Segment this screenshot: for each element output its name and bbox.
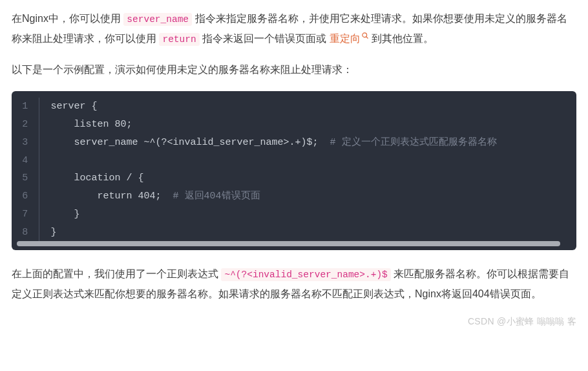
code-line: 1server { — [12, 98, 576, 116]
line-number: 5 — [12, 169, 39, 187]
p1-seg4: 到其他位置。 — [369, 33, 434, 44]
code-content: } — [39, 224, 576, 242]
code-line: 8} — [12, 224, 576, 242]
code-content: server { — [39, 98, 576, 116]
inline-code-return: return — [159, 33, 199, 46]
code-content: listen 80; — [39, 116, 576, 134]
code-line: 4 — [12, 152, 576, 170]
line-number: 1 — [12, 98, 39, 116]
line-number: 2 — [12, 116, 39, 134]
line-number: 7 — [12, 206, 39, 224]
watermark: CSDN @小蜜蜂 嗡嗡嗡 客 — [12, 313, 576, 330]
inline-code-server-name: server_name — [123, 13, 192, 26]
code-content: return 404; # 返回404错误页面 — [39, 187, 576, 206]
p1-seg1: 在Nginx中，你可以使用 — [12, 13, 123, 24]
code-table: 1server {2 listen 80;3 server_name ~^(?<… — [12, 98, 576, 241]
scrollbar-thumb[interactable] — [17, 241, 560, 246]
paragraph-2: 以下是一个示例配置，演示如何使用未定义的服务器名称来阻止处理请求： — [12, 60, 576, 80]
code-line: 6 return 404; # 返回404错误页面 — [12, 187, 576, 206]
code-content: server_name ~^(?<invalid_server_name>.+)… — [39, 134, 576, 152]
line-number: 8 — [12, 224, 39, 242]
code-line: 2 listen 80; — [12, 116, 576, 134]
line-number: 4 — [12, 152, 39, 170]
code-line: 5 location / { — [12, 169, 576, 187]
code-content: } — [39, 206, 576, 224]
code-content: location / { — [39, 169, 576, 187]
inline-code-regex: ~^(?<invalid_server_name>.+)$ — [221, 268, 390, 281]
svg-point-0 — [362, 32, 366, 37]
horizontal-scrollbar[interactable] — [17, 241, 571, 246]
search-icon — [361, 32, 369, 39]
paragraph-1: 在Nginx中，你可以使用 server_name 指令来指定服务器名称，并使用… — [12, 9, 576, 48]
link-redirect-text: 重定向 — [330, 33, 361, 44]
svg-line-1 — [366, 36, 368, 38]
p1-seg3: 指令来返回一个错误页面或 — [200, 33, 330, 44]
code-block: 1server {2 listen 80;3 server_name ~^(?<… — [12, 91, 576, 250]
code-line: 7 } — [12, 206, 576, 224]
code-content — [39, 152, 576, 170]
link-redirect[interactable]: 重定向 — [330, 33, 369, 44]
line-number: 3 — [12, 134, 39, 152]
p3-seg1: 在上面的配置中，我们使用了一个正则表达式 — [12, 268, 221, 279]
paragraph-3: 在上面的配置中，我们使用了一个正则表达式 ~^(?<invalid_server… — [12, 264, 576, 304]
line-number: 6 — [12, 187, 39, 206]
code-line: 3 server_name ~^(?<invalid_server_name>.… — [12, 134, 576, 152]
